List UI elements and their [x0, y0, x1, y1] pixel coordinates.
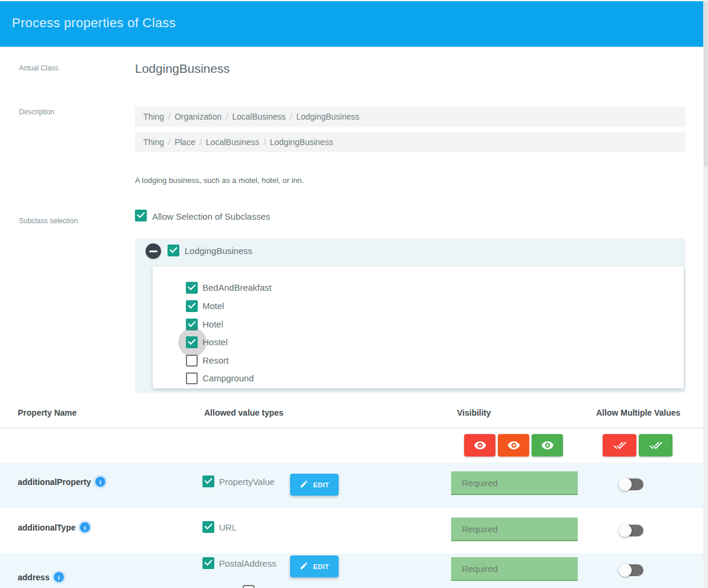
eye-icon [541, 439, 554, 452]
value-type-checkbox[interactable] [202, 475, 214, 487]
second-value-type-checkbox-partial[interactable] [243, 585, 255, 588]
allow-subclasses-checkbox[interactable] [135, 210, 147, 221]
visibility-value: Required [462, 524, 498, 534]
property-name-text: additionalType [18, 523, 76, 532]
toggle-knob [619, 564, 632, 577]
subclass-checkbox-motel[interactable] [186, 300, 198, 312]
minus-glyph [149, 250, 157, 252]
eye-icon [507, 439, 520, 452]
subclass-label: Hostel [202, 337, 228, 347]
subclass-checkbox-resort[interactable] [186, 355, 198, 367]
subclass-checkbox-hostel[interactable] [186, 336, 198, 348]
visibility-green-eye-button[interactable] [532, 434, 563, 457]
property-name: addressi [18, 572, 64, 582]
class-description-text: A lodging business, such as a motel, hot… [135, 176, 304, 185]
col-header-visibility: Visibility [457, 408, 491, 417]
process-properties-page: Process properties of Class Actual Class… [0, 0, 708, 588]
breadcrumb-separator: / [263, 137, 266, 147]
visibility-orange-eye-button[interactable] [498, 434, 529, 457]
edit-button-label: EDIT [313, 481, 329, 489]
actual-class-value: LodgingBusiness [135, 62, 230, 76]
toggle-knob [619, 524, 632, 537]
visibility-value: Required [462, 564, 498, 574]
bulk-actions-row [0, 428, 703, 462]
breadcrumb-segment: Organization [175, 112, 221, 121]
scrollbar-thumb[interactable] [704, 1, 707, 167]
breadcrumb-place-path: Thing/Place/LocalBusiness/LodgingBusines… [135, 132, 686, 152]
breadcrumb-segment: Thing [143, 112, 164, 121]
subclass-label: Campground [202, 373, 254, 383]
multiple-bulk-buttons [603, 434, 672, 457]
edit-button[interactable]: EDIT [290, 555, 339, 577]
breadcrumb-segment: Thing [143, 137, 164, 147]
subclass-label: Hotel [202, 319, 223, 329]
value-type-label: URL [219, 522, 237, 532]
scrollbar[interactable] [703, 0, 708, 588]
property-name-text: address [18, 573, 50, 582]
info-icon[interactable]: i [80, 522, 90, 532]
allow-multiple-toggle[interactable] [620, 525, 643, 536]
value-type-checkbox[interactable] [202, 521, 214, 533]
breadcrumb-separator: / [168, 137, 170, 147]
col-header-allowed-value-types: Allowed value types [204, 408, 284, 417]
subclass-tree-panel: LodgingBusiness BedAndBreakfastMotelHote… [135, 238, 686, 393]
allow-subclasses-checkbox-label: Allow Selection of Subclasses [152, 211, 270, 221]
subclass-checkbox-bedandbreakfast[interactable] [186, 282, 198, 294]
property-name: additionalPropertyi [18, 477, 105, 487]
breadcrumb-segment: Place [175, 137, 195, 147]
subclass-checkbox-campground[interactable] [186, 372, 198, 384]
property-name-text: additionalProperty [18, 477, 91, 487]
value-type-checkbox[interactable] [202, 557, 214, 569]
visibility-value: Required [462, 478, 498, 488]
subclass-label: BedAndBreakfast [202, 282, 272, 293]
breadcrumb-segment: LocalBusiness [232, 112, 285, 121]
description-label: Description [19, 108, 54, 116]
allow-multiple-toggle[interactable] [620, 478, 643, 490]
value-type-label: PostalAddress [219, 558, 276, 568]
allow-multiple-toggle[interactable] [620, 564, 643, 576]
property-row: additionalPropertyiPropertyValueEDITRequ… [0, 462, 703, 508]
multiple-green-doublecheck-button[interactable] [639, 434, 672, 457]
parent-class-checkbox[interactable] [168, 245, 179, 256]
breadcrumb-separator: / [168, 112, 170, 121]
info-icon[interactable]: i [95, 477, 105, 487]
visibility-select[interactable]: Required [451, 557, 578, 581]
dialog-header: Process properties of Class [0, 1, 703, 47]
subclass-list-card: BedAndBreakfastMotelHotelHostelResortCam… [153, 266, 684, 388]
edit-button[interactable]: EDIT [290, 474, 339, 496]
col-header-allow-multiple-values: Allow Multiple Values [596, 408, 680, 417]
info-icon[interactable]: i [54, 572, 64, 582]
subclass-label: Motel [202, 301, 224, 311]
breadcrumb-separator: / [199, 137, 202, 147]
breadcrumb-segment: LodgingBusiness [270, 137, 333, 147]
multiple-red-doublecheck-button[interactable] [603, 434, 636, 457]
visibility-select[interactable]: Required [451, 518, 578, 541]
eye-icon [474, 439, 487, 452]
subclass-label: Resort [202, 355, 229, 365]
breadcrumb-segment: LocalBusiness [206, 137, 259, 147]
value-type-label: PropertyValue [219, 477, 275, 487]
breadcrumb-segment: LodgingBusiness [296, 112, 359, 121]
edit-button-label: EDIT [313, 563, 329, 570]
pencil-icon [300, 561, 308, 572]
visibility-red-eye-button[interactable] [464, 434, 495, 457]
breadcrumb-separator: / [226, 112, 228, 121]
double-check-icon [613, 439, 626, 452]
col-header-property-name: Property Name [18, 408, 77, 417]
visibility-select[interactable]: Required [451, 471, 578, 495]
collapse-minus-icon[interactable] [146, 243, 161, 259]
breadcrumb-organization-path: Thing/Organization/LocalBusiness/Lodging… [135, 107, 686, 127]
pencil-icon [300, 480, 308, 490]
property-row: additionalTypeiURLRequired [0, 510, 703, 552]
property-name: additionalTypei [18, 522, 90, 532]
parent-class-label: LodgingBusiness [185, 246, 252, 256]
double-check-icon [649, 439, 662, 452]
breadcrumb-separator: / [289, 112, 292, 121]
property-row: addressiPostalAddressEDITRequired [0, 554, 703, 588]
subclass-selection-label: Subclass selection [19, 217, 78, 225]
visibility-bulk-buttons [464, 434, 563, 457]
toggle-knob [619, 478, 632, 491]
actual-class-label: Actual Class [19, 64, 59, 72]
page-title: Process properties of Class [12, 15, 176, 31]
